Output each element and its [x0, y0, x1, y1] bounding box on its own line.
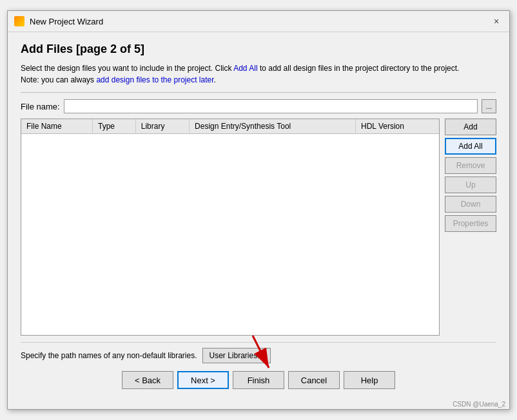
side-buttons: Add Add All Remove Up Down Properties [445, 119, 496, 336]
add-all-button[interactable]: Add All [445, 138, 496, 155]
red-arrow [227, 332, 304, 377]
table-header-row: File Name Type Library Design Entry/Synt… [21, 119, 439, 134]
divider [21, 92, 496, 93]
file-name-input[interactable] [64, 99, 478, 113]
file-name-row: File name: ... [21, 99, 496, 113]
description-line1: Select the design files you want to incl… [21, 62, 496, 74]
bottom-section: Specify the path names of any non-defaul… [21, 342, 496, 389]
dialog-body: Add Files [page 2 of 5] Select the desig… [8, 32, 509, 399]
watermark: CSDN @Uaena_2 [8, 399, 509, 409]
up-button[interactable]: Up [445, 177, 496, 193]
new-project-wizard-dialog: New Project Wizard × Add Files [page 2 o… [7, 10, 510, 410]
col-library: Library [135, 119, 189, 134]
col-hdl-version: HDL Version [356, 119, 440, 134]
description-line2: Note: you can always add design files to… [21, 75, 496, 84]
page-title: Add Files [page 2 of 5] [21, 43, 496, 56]
file-table: File Name Type Library Design Entry/Synt… [21, 119, 439, 134]
wizard-icon [14, 16, 24, 26]
remove-button[interactable]: Remove [445, 157, 496, 174]
help-button[interactable]: Help [344, 371, 395, 389]
main-area: File Name Type Library Design Entry/Synt… [21, 119, 496, 336]
browse-button[interactable]: ... [482, 99, 496, 113]
libraries-label: Specify the path names of any non-defaul… [21, 351, 197, 360]
file-table-container: File Name Type Library Design Entry/Synt… [21, 119, 440, 336]
add-button[interactable]: Add [445, 119, 496, 135]
next-button[interactable]: Next > [177, 371, 229, 389]
col-filename: File Name [21, 119, 92, 134]
close-button[interactable]: × [490, 15, 503, 28]
down-button[interactable]: Down [445, 196, 496, 213]
col-design-tool: Design Entry/Synthesis Tool [190, 119, 356, 134]
title-bar-text: New Project Wizard [30, 17, 485, 26]
title-bar: New Project Wizard × [8, 11, 509, 32]
back-button[interactable]: < Back [122, 371, 173, 389]
properties-button[interactable]: Properties [445, 215, 496, 232]
file-name-label: File name: [21, 102, 60, 111]
col-type: Type [92, 119, 135, 134]
svg-line-1 [253, 336, 269, 368]
